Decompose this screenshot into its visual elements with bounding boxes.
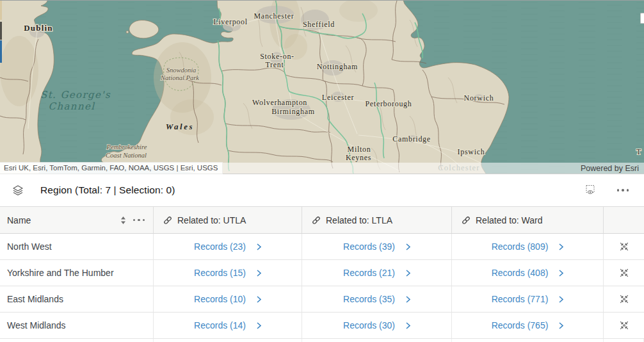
map-label: Birmingham xyxy=(271,107,315,116)
chevron-right-icon xyxy=(257,270,261,277)
chevron-right-icon xyxy=(559,322,563,329)
zoom-to-icon xyxy=(619,241,629,252)
records-link-ward[interactable]: Records (765) xyxy=(452,313,604,338)
map-label: Leicester xyxy=(322,93,354,102)
column-header-name[interactable]: Name xyxy=(0,207,154,233)
map-label: Norwich xyxy=(464,94,494,102)
map-label: Peterborough xyxy=(365,99,412,108)
table-title: Region (Total: 7 | Selection: 0) xyxy=(40,184,175,196)
column-visibility-icon xyxy=(584,184,597,197)
chevron-right-icon xyxy=(559,270,563,277)
zoom-to-feature-button[interactable] xyxy=(604,234,644,259)
zoom-to-icon xyxy=(619,268,629,278)
records-link-utla[interactable]: Records (23) xyxy=(154,234,302,259)
map-label: Wolverhampton xyxy=(252,98,307,107)
records-link-utla[interactable]: Records (10) xyxy=(154,286,302,312)
map-label: Channel xyxy=(49,101,95,112)
left-edge-artifact-dark xyxy=(0,22,2,40)
chevron-right-icon xyxy=(559,243,563,250)
map-label: Pembrokeshire xyxy=(106,143,147,151)
table-row: North West Records (23) Records (39) Rec… xyxy=(0,234,644,260)
table-row-partial xyxy=(0,339,644,342)
records-link-ltla[interactable]: Records (35) xyxy=(302,286,452,312)
link-icon xyxy=(163,215,173,225)
zoom-to-feature-button[interactable] xyxy=(604,260,644,286)
column-visibility-button[interactable] xyxy=(584,183,598,197)
column-header-actions xyxy=(604,207,644,233)
map-label: Keynes xyxy=(346,153,371,162)
region-name-cell: Yorkshire and The Humber xyxy=(0,260,154,286)
map-label: St. George's xyxy=(40,89,111,101)
map-label: National Park xyxy=(160,74,199,81)
map-label: Cambridge xyxy=(392,134,431,143)
map-label: Wales xyxy=(166,122,195,131)
column-label: Related to: LTLA xyxy=(326,215,392,225)
chevron-right-icon xyxy=(406,296,410,303)
chevron-right-icon xyxy=(257,296,261,303)
table-row: Yorkshire and The Humber Records (15) Re… xyxy=(0,260,644,286)
attribute-table-panel: Region (Total: 7 | Selection: 0) Name xyxy=(0,174,644,342)
ellipsis-icon xyxy=(617,189,629,191)
table-title-bar: Region (Total: 7 | Selection: 0) xyxy=(0,174,644,207)
map-label: Coast National xyxy=(106,152,147,159)
left-edge-artifact-tan xyxy=(0,1,2,20)
column-header-ltla: Related to: LTLA xyxy=(302,207,452,233)
chevron-right-icon xyxy=(406,243,410,250)
zoom-to-icon xyxy=(619,294,629,304)
map-label: T xyxy=(636,147,641,156)
link-icon xyxy=(311,215,321,225)
table-row: West Midlands Records (14) Records (30) … xyxy=(0,313,644,339)
chevron-right-icon xyxy=(559,296,563,303)
link-icon xyxy=(461,215,471,225)
map-label: Manchester xyxy=(254,12,294,20)
region-name-cell: East Midlands xyxy=(0,286,154,312)
column-header-utla: Related to: UTLA xyxy=(154,207,302,233)
records-link-utla[interactable]: Records (14) xyxy=(154,313,302,338)
map-canvas: DublinManchesterLiverpoolSheffieldStoke-… xyxy=(0,1,644,174)
map-label: Nottingham xyxy=(317,62,358,71)
map-label: Milton xyxy=(348,145,371,154)
layers-icon xyxy=(12,184,24,197)
chevron-right-icon xyxy=(406,322,410,329)
records-link-ward[interactable]: Records (771) xyxy=(452,286,604,312)
records-link-utla[interactable]: Records (15) xyxy=(154,260,302,286)
table-row: East Midlands Records (10) Records (35) … xyxy=(0,286,644,313)
column-header-ward: Related to: Ward xyxy=(452,207,604,233)
map-label: Liverpool xyxy=(213,17,248,26)
table-options-button[interactable] xyxy=(616,183,630,197)
zoom-to-icon xyxy=(619,320,629,330)
map-label: Ipswich xyxy=(458,147,485,156)
map-label: Stoke-on- xyxy=(260,52,294,61)
left-edge-artifact-blue xyxy=(0,40,2,63)
map-label: Snowdonia xyxy=(166,67,197,74)
zoom-to-feature-button[interactable] xyxy=(604,313,644,338)
records-link-ltla[interactable]: Records (21) xyxy=(302,260,452,286)
table-header-row: Name Related to: UTLA xyxy=(0,207,644,234)
app-screen: DublinManchesterLiverpoolSheffieldStoke-… xyxy=(0,0,644,342)
map-attribution-bar: Esri UK, Esri, TomTom, Garmin, FAO, NOAA… xyxy=(0,163,644,174)
column-label: Name xyxy=(7,215,31,225)
chevron-right-icon xyxy=(257,243,261,250)
right-edge-widget xyxy=(640,13,644,24)
column-label: Related to: Ward xyxy=(476,215,543,225)
column-menu-icon[interactable] xyxy=(133,219,145,222)
records-link-ltla[interactable]: Records (30) xyxy=(302,313,452,338)
chevron-right-icon xyxy=(257,322,261,329)
attribution-sources: Esri UK, Esri, TomTom, Garmin, FAO, NOAA… xyxy=(0,162,223,174)
region-name-cell: North West xyxy=(0,234,154,259)
records-link-ward[interactable]: Records (408) xyxy=(452,260,604,286)
sort-icon[interactable] xyxy=(120,216,126,225)
map-label: Dublin xyxy=(24,23,53,33)
chevron-right-icon xyxy=(406,270,410,277)
zoom-to-feature-button[interactable] xyxy=(604,286,644,312)
map-label: Trent xyxy=(265,60,284,69)
records-link-ward[interactable]: Records (809) xyxy=(452,234,604,259)
records-link-ltla[interactable]: Records (39) xyxy=(302,234,452,259)
region-name-cell: West Midlands xyxy=(0,313,154,338)
map-label: Sheffield xyxy=(303,20,335,29)
map-view[interactable]: DublinManchesterLiverpoolSheffieldStoke-… xyxy=(0,1,644,174)
column-label: Related to: UTLA xyxy=(177,215,246,225)
powered-by-esri: Powered by Esri xyxy=(581,164,644,173)
